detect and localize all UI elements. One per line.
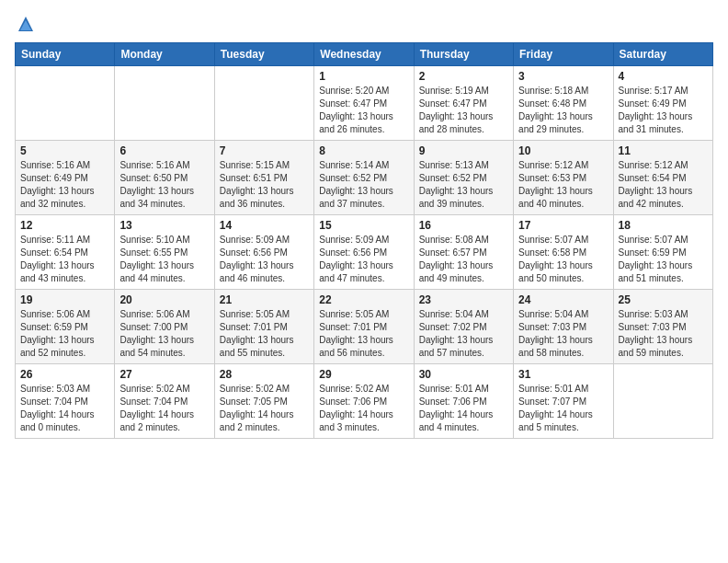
calendar-cell: 9Sunrise: 5:13 AMSunset: 6:52 PMDaylight… — [414, 141, 513, 215]
calendar-table: SundayMondayTuesdayWednesdayThursdayFrid… — [15, 42, 713, 439]
calendar-header-friday: Friday — [514, 43, 613, 66]
day-number: 26 — [20, 368, 109, 381]
day-number: 13 — [119, 219, 209, 232]
calendar-header-wednesday: Wednesday — [314, 43, 414, 66]
day-info: Sunrise: 5:03 AMSunset: 7:04 PMDaylight:… — [20, 383, 109, 434]
calendar-cell: 4Sunrise: 5:17 AMSunset: 6:49 PMDaylight… — [613, 66, 712, 141]
day-info: Sunrise: 5:08 AMSunset: 6:57 PMDaylight:… — [419, 234, 508, 285]
calendar-cell: 30Sunrise: 5:01 AMSunset: 7:06 PMDayligh… — [414, 364, 513, 439]
day-number: 6 — [119, 144, 209, 157]
calendar-week-row: 19Sunrise: 5:06 AMSunset: 6:59 PMDayligh… — [16, 290, 713, 364]
calendar-cell: 20Sunrise: 5:06 AMSunset: 7:00 PMDayligh… — [115, 290, 214, 364]
calendar-header-saturday: Saturday — [613, 43, 712, 66]
calendar-cell: 25Sunrise: 5:03 AMSunset: 7:03 PMDayligh… — [613, 290, 712, 364]
day-number: 5 — [20, 144, 109, 157]
day-number: 18 — [619, 219, 708, 232]
day-number: 30 — [419, 368, 508, 381]
day-info: Sunrise: 5:02 AMSunset: 7:05 PMDaylight:… — [220, 383, 309, 434]
day-number: 9 — [419, 144, 508, 157]
day-info: Sunrise: 5:06 AMSunset: 6:59 PMDaylight:… — [20, 308, 109, 360]
page-header — [15, 15, 713, 33]
day-number: 23 — [419, 293, 508, 306]
calendar-cell: 3Sunrise: 5:18 AMSunset: 6:48 PMDaylight… — [514, 66, 613, 141]
day-number: 8 — [319, 144, 408, 157]
day-number: 12 — [20, 219, 109, 232]
calendar-cell: 17Sunrise: 5:07 AMSunset: 6:58 PMDayligh… — [514, 215, 613, 290]
day-number: 15 — [319, 219, 408, 232]
calendar-cell: 11Sunrise: 5:12 AMSunset: 6:54 PMDayligh… — [613, 141, 712, 215]
day-info: Sunrise: 5:09 AMSunset: 6:56 PMDaylight:… — [220, 234, 309, 285]
day-info: Sunrise: 5:10 AMSunset: 6:55 PMDaylight:… — [119, 234, 209, 285]
day-number: 10 — [518, 144, 608, 157]
day-info: Sunrise: 5:05 AMSunset: 7:01 PMDaylight:… — [319, 308, 408, 360]
calendar-cell: 2Sunrise: 5:19 AMSunset: 6:47 PMDaylight… — [414, 66, 513, 141]
calendar-header-tuesday: Tuesday — [214, 43, 313, 66]
day-info: Sunrise: 5:12 AMSunset: 6:54 PMDaylight:… — [619, 159, 708, 211]
day-number: 17 — [518, 219, 608, 232]
day-number: 29 — [319, 368, 408, 381]
day-number: 21 — [220, 293, 309, 306]
day-number: 20 — [119, 293, 209, 306]
day-number: 28 — [220, 368, 309, 381]
day-info: Sunrise: 5:02 AMSunset: 7:06 PMDaylight:… — [319, 383, 408, 434]
day-number: 24 — [518, 293, 608, 306]
day-number: 16 — [419, 219, 508, 232]
calendar-cell: 18Sunrise: 5:07 AMSunset: 6:59 PMDayligh… — [613, 215, 712, 290]
calendar-cell: 28Sunrise: 5:02 AMSunset: 7:05 PMDayligh… — [214, 364, 313, 439]
day-number: 3 — [518, 70, 608, 83]
day-number: 4 — [619, 70, 708, 83]
day-number: 14 — [220, 219, 309, 232]
calendar-cell: 19Sunrise: 5:06 AMSunset: 6:59 PMDayligh… — [16, 290, 115, 364]
calendar-cell: 16Sunrise: 5:08 AMSunset: 6:57 PMDayligh… — [414, 215, 513, 290]
calendar-week-row: 1Sunrise: 5:20 AMSunset: 6:47 PMDaylight… — [16, 66, 713, 141]
calendar-cell: 27Sunrise: 5:02 AMSunset: 7:04 PMDayligh… — [115, 364, 214, 439]
calendar-header-thursday: Thursday — [414, 43, 513, 66]
day-number: 22 — [319, 293, 408, 306]
day-info: Sunrise: 5:05 AMSunset: 7:01 PMDaylight:… — [220, 308, 309, 360]
calendar-cell: 1Sunrise: 5:20 AMSunset: 6:47 PMDaylight… — [314, 66, 414, 141]
day-info: Sunrise: 5:02 AMSunset: 7:04 PMDaylight:… — [119, 383, 209, 434]
day-number: 25 — [619, 293, 708, 306]
calendar-cell: 26Sunrise: 5:03 AMSunset: 7:04 PMDayligh… — [16, 364, 115, 439]
day-info: Sunrise: 5:17 AMSunset: 6:49 PMDaylight:… — [619, 85, 708, 136]
day-info: Sunrise: 5:07 AMSunset: 6:59 PMDaylight:… — [619, 234, 708, 285]
day-info: Sunrise: 5:09 AMSunset: 6:56 PMDaylight:… — [319, 234, 408, 285]
calendar-cell: 8Sunrise: 5:14 AMSunset: 6:52 PMDaylight… — [314, 141, 414, 215]
calendar-cell: 22Sunrise: 5:05 AMSunset: 7:01 PMDayligh… — [314, 290, 414, 364]
logo — [15, 15, 35, 33]
calendar-cell — [16, 66, 115, 141]
calendar-header-row: SundayMondayTuesdayWednesdayThursdayFrid… — [16, 43, 713, 66]
day-info: Sunrise: 5:16 AMSunset: 6:49 PMDaylight:… — [20, 159, 109, 211]
calendar-cell: 15Sunrise: 5:09 AMSunset: 6:56 PMDayligh… — [314, 215, 414, 290]
day-number: 27 — [119, 368, 209, 381]
day-info: Sunrise: 5:01 AMSunset: 7:07 PMDaylight:… — [518, 383, 608, 434]
day-info: Sunrise: 5:20 AMSunset: 6:47 PMDaylight:… — [319, 85, 408, 136]
day-number: 7 — [220, 144, 309, 157]
calendar-cell — [115, 66, 214, 141]
day-number: 2 — [419, 70, 508, 83]
calendar-cell — [214, 66, 313, 141]
day-info: Sunrise: 5:04 AMSunset: 7:03 PMDaylight:… — [518, 308, 608, 360]
calendar-cell: 7Sunrise: 5:15 AMSunset: 6:51 PMDaylight… — [214, 141, 313, 215]
day-number: 11 — [619, 144, 708, 157]
day-info: Sunrise: 5:03 AMSunset: 7:03 PMDaylight:… — [619, 308, 708, 360]
day-info: Sunrise: 5:13 AMSunset: 6:52 PMDaylight:… — [419, 159, 508, 211]
calendar-week-row: 12Sunrise: 5:11 AMSunset: 6:54 PMDayligh… — [16, 215, 713, 290]
calendar-cell: 31Sunrise: 5:01 AMSunset: 7:07 PMDayligh… — [514, 364, 613, 439]
calendar-cell: 6Sunrise: 5:16 AMSunset: 6:50 PMDaylight… — [115, 141, 214, 215]
day-number: 19 — [20, 293, 109, 306]
day-info: Sunrise: 5:19 AMSunset: 6:47 PMDaylight:… — [419, 85, 508, 136]
day-info: Sunrise: 5:01 AMSunset: 7:06 PMDaylight:… — [419, 383, 508, 434]
day-info: Sunrise: 5:12 AMSunset: 6:53 PMDaylight:… — [518, 159, 608, 211]
calendar-header-monday: Monday — [115, 43, 214, 66]
day-info: Sunrise: 5:06 AMSunset: 7:00 PMDaylight:… — [119, 308, 209, 360]
calendar-cell: 24Sunrise: 5:04 AMSunset: 7:03 PMDayligh… — [514, 290, 613, 364]
day-info: Sunrise: 5:14 AMSunset: 6:52 PMDaylight:… — [319, 159, 408, 211]
calendar-week-row: 5Sunrise: 5:16 AMSunset: 6:49 PMDaylight… — [16, 141, 713, 215]
day-info: Sunrise: 5:11 AMSunset: 6:54 PMDaylight:… — [20, 234, 109, 285]
day-info: Sunrise: 5:18 AMSunset: 6:48 PMDaylight:… — [518, 85, 608, 136]
day-info: Sunrise: 5:15 AMSunset: 6:51 PMDaylight:… — [220, 159, 309, 211]
day-info: Sunrise: 5:07 AMSunset: 6:58 PMDaylight:… — [518, 234, 608, 285]
calendar-cell — [613, 364, 712, 439]
calendar-week-row: 26Sunrise: 5:03 AMSunset: 7:04 PMDayligh… — [16, 364, 713, 439]
